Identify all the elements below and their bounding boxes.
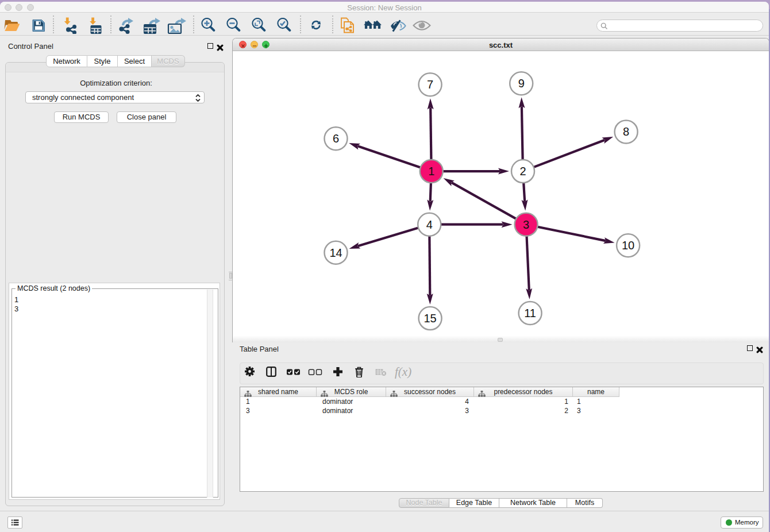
svg-text:15: 15 <box>424 312 436 325</box>
svg-text:3: 3 <box>523 218 529 231</box>
svg-text:2: 2 <box>519 165 526 178</box>
svg-text:6: 6 <box>333 132 339 145</box>
svg-text:10: 10 <box>622 239 634 252</box>
svg-text:9: 9 <box>518 77 525 90</box>
svg-text:11: 11 <box>524 307 536 319</box>
svg-text:4: 4 <box>426 218 433 231</box>
svg-text:1: 1 <box>428 165 434 178</box>
svg-text:14: 14 <box>329 246 342 259</box>
svg-text:7: 7 <box>427 78 433 91</box>
svg-text:8: 8 <box>623 125 629 138</box>
